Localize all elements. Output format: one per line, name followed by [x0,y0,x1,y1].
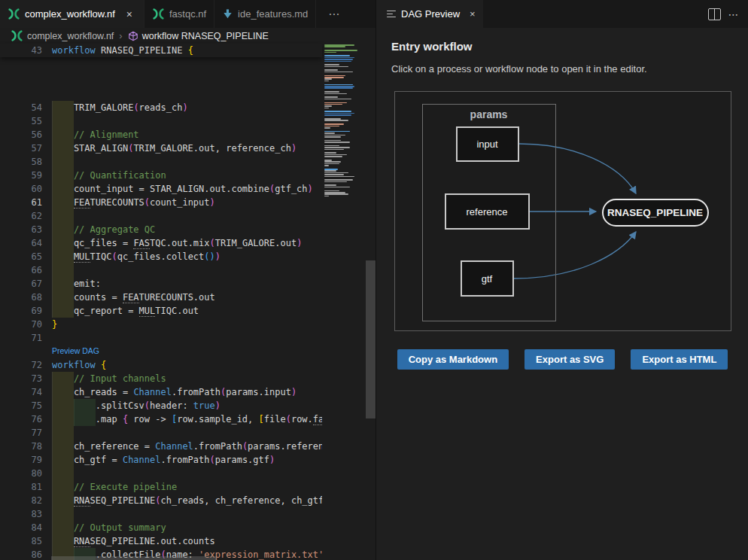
nextflow-icon [152,8,165,20]
minimap-bar [324,44,354,46]
line-number: 85 [0,534,42,548]
breadcrumb: complex_workflow.nf › workflow RNASEQ_PI… [0,28,376,44]
code-editor[interactable]: 54TRIM_GALORE(reads_ch)5556// Alignment5… [0,44,376,560]
dag-node-RNASEQ_PIPELINE[interactable]: RNASEQ_PIPELINE [602,199,709,227]
markdown-arrow-icon [222,8,233,20]
minimap-bar [324,170,336,172]
panel-tab-bar: DAG Preview × ⋯ [376,0,748,28]
vertical-scrollbar[interactable] [366,44,376,560]
tab-dag-preview[interactable]: DAG Preview × [376,0,483,28]
minimap-bar [324,87,353,89]
line-number: 74 [0,385,42,399]
minimap-bar [324,52,336,53]
minimap-bar [324,196,329,197]
codelens: Preview DAG [0,345,376,358]
copy-as-markdown-button[interactable]: Copy as Markdown [397,349,509,370]
line-number: 57 [0,142,42,155]
nextflow-icon [11,30,23,41]
minimap-bar [324,132,335,134]
minimap-bar [324,50,357,51]
minimap-bar [324,136,341,138]
minimap-bar [324,181,347,183]
line-number: 60 [0,182,42,196]
code-line: 76.map { row -> [row.sample_id, [file(ro… [0,412,376,426]
editor-tab-bar: complex_workflow.nf×fastqc.nfide_feature… [0,0,376,28]
minimap-bar [324,114,351,116]
minimap-bar [324,131,350,132]
minimap-bar [324,104,342,105]
preview-list-icon [387,11,396,18]
minimap-bar [324,64,339,65]
sticky-line: 43workflow RNASEQ_PIPELINE { [0,44,322,57]
minimap-bar [324,145,339,147]
code-line: 81// Execute pipeline [0,480,376,494]
line-number: 80 [0,467,42,480]
export-as-svg-button[interactable]: Export as SVG [525,349,615,370]
editor-tab-ide_features.md[interactable]: ide_features.md [214,0,316,28]
line-number: 81 [0,480,42,494]
line-number: 72 [0,358,42,372]
scrollbar-thumb[interactable] [366,260,376,418]
code-line: 66 [0,263,376,277]
export-as-html-button[interactable]: Export as HTML [631,349,728,370]
codelens-preview-dag[interactable]: Preview DAG [52,345,99,358]
breadcrumb-file[interactable]: complex_workflow.nf [27,31,114,41]
minimap-bar [324,96,338,98]
close-icon[interactable]: × [123,8,136,21]
minimap-bar [324,77,344,78]
horizontal-scrollbar[interactable] [51,556,217,560]
code-line: 55 [0,114,376,128]
more-tabs-button[interactable]: ⋯ [316,0,353,28]
code-line: 83 [0,507,376,521]
breadcrumb-symbol[interactable]: workflow RNASEQ_PIPELINE [142,31,269,41]
code-line: 62 [0,209,376,223]
minimap-bar [324,156,342,157]
line-number: 86 [0,548,42,560]
code-line: 73// Input channels [0,372,376,385]
nextflow-icon [8,8,20,20]
minimap-bar [324,152,336,154]
line-number: 70 [0,318,42,331]
tab-label: ide_features.md [238,8,308,20]
line-number: 82 [0,494,42,507]
minimap-bar [324,91,339,93]
minimap[interactable] [322,44,366,560]
minimap-bar [324,123,344,125]
code-line: 59// Quantification [0,169,376,182]
minimap-bar [324,118,341,120]
dag-node-gtf[interactable]: gtf [461,260,514,297]
minimap-bar [324,160,332,161]
code-line: 54TRIM_GALORE(reads_ch) [0,101,376,114]
editor-tab-fastqc.nf[interactable]: fastqc.nf [144,0,214,28]
editor-tab-complex_workflow.nf[interactable]: complex_workflow.nf× [0,0,144,28]
split-editor-icon[interactable] [708,8,721,20]
code-line: 82RNASEQ_PIPELINE(ch_reads, ch_reference… [0,494,376,507]
dag-node-reference[interactable]: reference [445,193,530,230]
minimap-bar [324,147,350,148]
code-line: 58 [0,155,376,169]
line-number: 75 [0,399,42,412]
minimap-bar [324,120,348,121]
code-line: 75.splitCsv(header: true) [0,399,376,412]
more-actions-icon[interactable]: ⋯ [728,8,740,20]
line-number: 66 [0,263,42,277]
dag-node-input[interactable]: input [456,126,519,162]
panel-description: Click on a process or workflow node to o… [391,63,734,75]
minimap-bar [324,140,341,142]
code-line: 63// Aggregate QC [0,223,376,236]
code-line: 67emit: [0,277,376,291]
line-number: 64 [0,236,42,250]
minimap-bar [324,81,329,82]
code-line: 84// Output summary [0,521,376,534]
minimap-bar [324,55,350,56]
panel-body: Entry workflow Click on a process or wor… [376,28,748,560]
minimap-bar [324,113,354,114]
minimap-bar [324,187,350,188]
sticky-scroll-line[interactable]: 43workflow RNASEQ_PIPELINE { [0,44,322,57]
code-text[interactable]: workflow RNASEQ_PIPELINE { [52,44,322,57]
minimap-bar [324,105,332,107]
close-icon[interactable]: × [470,8,476,20]
line-number: 62 [0,209,42,223]
minimap-bar [324,190,339,192]
minimap-bar [324,135,345,136]
